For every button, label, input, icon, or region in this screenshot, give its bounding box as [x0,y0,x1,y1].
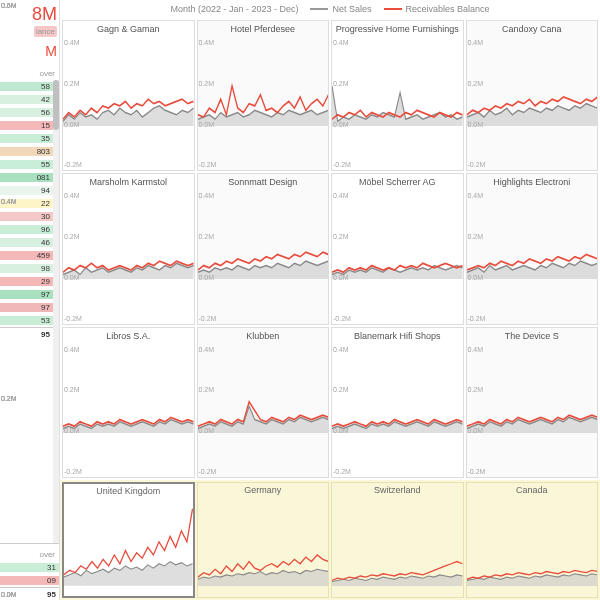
chart-panel[interactable]: Sonnmatt Design0.4M0.2M0.0M-0.2M [197,173,330,324]
plot-area: 0.4M0.2M0.0M-0.2M [198,190,329,323]
panel-title: Möbel Scherrer AG [332,174,463,190]
legend-label-1: Net Sales [332,4,371,14]
chart-panel[interactable]: Libros S.A.0.4M0.2M0.0M-0.2M [62,327,195,478]
chart-panel[interactable]: United Kingdom0.6M0.4M0.2M0.0M [62,482,195,598]
chart-panel[interactable]: Progressive Home Furnishings0.4M0.2M0.0M… [331,20,464,171]
legend-label-2: Receivables Balance [406,4,490,14]
plot-area: 0.4M0.2M0.0M-0.2M [332,344,463,477]
legend-period: Month (2022 - Jan - 2023 - Dec) [170,4,298,14]
legend: Month (2022 - Jan - 2023 - Dec) Net Sale… [60,0,600,18]
chart-panel[interactable]: Germany0.6M0.4M0.2M0.0M [197,482,330,598]
country-grid: United Kingdom0.6M0.4M0.2M0.0MGermany0.6… [60,480,600,600]
y-axis: 0.4M0.2M0.0M-0.2M [64,344,82,477]
plot-area: 0.6M0.4M0.2M0.0M [467,497,598,586]
panel-title: Hotel Pferdesee [198,21,329,37]
chart-panel[interactable]: Blanemark Hifi Shops0.4M0.2M0.0M-0.2M [331,327,464,478]
chart-panel[interactable]: Canada0.6M0.4M0.2M0.0M [466,482,599,598]
panel-title: Germany [198,483,329,497]
panel-title: Marsholm Karmstol [63,174,194,190]
y-axis: 0.4M0.2M0.0M-0.2M [199,190,217,323]
plot-area: 0.4M0.2M0.0M-0.2M [63,190,194,323]
panel-title: Candoxy Cana [467,21,598,37]
chart-grid: Gagn & Gaman0.4M0.2M0.0M-0.2MHotel Pferd… [60,18,600,480]
panel-title: Klubben [198,328,329,344]
panel-title: Gagn & Gaman [63,21,194,37]
panel-title: Canada [467,483,598,497]
plot-area: 0.6M0.4M0.2M0.0M [64,498,193,586]
y-axis: 0.4M0.2M0.0M-0.2M [199,344,217,477]
chart-panel[interactable]: Gagn & Gaman0.4M0.2M0.0M-0.2M [62,20,195,171]
panel-title: Switzerland [332,483,463,497]
plot-area: 0.4M0.2M0.0M-0.2M [63,37,194,170]
plot-area: 0.4M0.2M0.0M-0.2M [467,37,598,170]
y-axis: 0.4M0.2M0.0M-0.2M [64,37,82,170]
y-axis: 0.6M0.4M0.2M0.0M [1,0,17,600]
plot-area: 0.4M0.2M0.0M-0.2M [332,190,463,323]
y-axis: 0.4M0.2M0.0M-0.2M [468,344,486,477]
y-axis: 0.4M0.2M0.0M-0.2M [333,344,351,477]
scrollbar[interactable] [53,80,59,543]
plot-area: 0.4M0.2M0.0M-0.2M [63,344,194,477]
panel-title: Blanemark Hifi Shops [332,328,463,344]
plot-area: 0.6M0.4M0.2M0.0M [332,497,463,586]
y-axis: 0.4M0.2M0.0M-0.2M [333,190,351,323]
y-axis: 0.4M0.2M0.0M-0.2M [468,37,486,170]
chart-panel[interactable]: Hotel Pferdesee0.4M0.2M0.0M-0.2M [197,20,330,171]
chart-panel[interactable]: Highlights Electroni0.4M0.2M0.0M-0.2M [466,173,599,324]
y-axis: 0.4M0.2M0.0M-0.2M [199,37,217,170]
legend-line-1 [310,8,328,10]
plot-area: 0.4M0.2M0.0M-0.2M [467,344,598,477]
chart-panel[interactable]: Switzerland0.6M0.4M0.2M0.0M [331,482,464,598]
y-axis: 0.4M0.2M0.0M-0.2M [64,190,82,323]
panel-title: Sonnmatt Design [198,174,329,190]
plot-area: 0.6M0.4M0.2M0.0M [198,497,329,586]
panel-title: Progressive Home Furnishings [332,21,463,37]
chart-panel[interactable]: Klubben0.4M0.2M0.0M-0.2M [197,327,330,478]
kpi-label: lance [34,26,57,37]
plot-area: 0.4M0.2M0.0M-0.2M [198,37,329,170]
panel-title: The Device S [467,328,598,344]
chart-panel[interactable]: Marsholm Karmstol0.4M0.2M0.0M-0.2M [62,173,195,324]
plot-area: 0.4M0.2M0.0M-0.2M [332,37,463,170]
main-area: Month (2022 - Jan - 2023 - Dec) Net Sale… [60,0,600,600]
plot-area: 0.4M0.2M0.0M-0.2M [467,190,598,323]
legend-line-2 [384,8,402,10]
panel-title: United Kingdom [64,484,193,498]
panel-title: Libros S.A. [63,328,194,344]
y-axis: 0.4M0.2M0.0M-0.2M [468,190,486,323]
plot-area: 0.4M0.2M0.0M-0.2M [198,344,329,477]
y-axis: 0.4M0.2M0.0M-0.2M [333,37,351,170]
chart-panel[interactable]: Candoxy Cana0.4M0.2M0.0M-0.2M [466,20,599,171]
panel-title: Highlights Electroni [467,174,598,190]
chart-panel[interactable]: The Device S0.4M0.2M0.0M-0.2M [466,327,599,478]
chart-panel[interactable]: Möbel Scherrer AG0.4M0.2M0.0M-0.2M [331,173,464,324]
